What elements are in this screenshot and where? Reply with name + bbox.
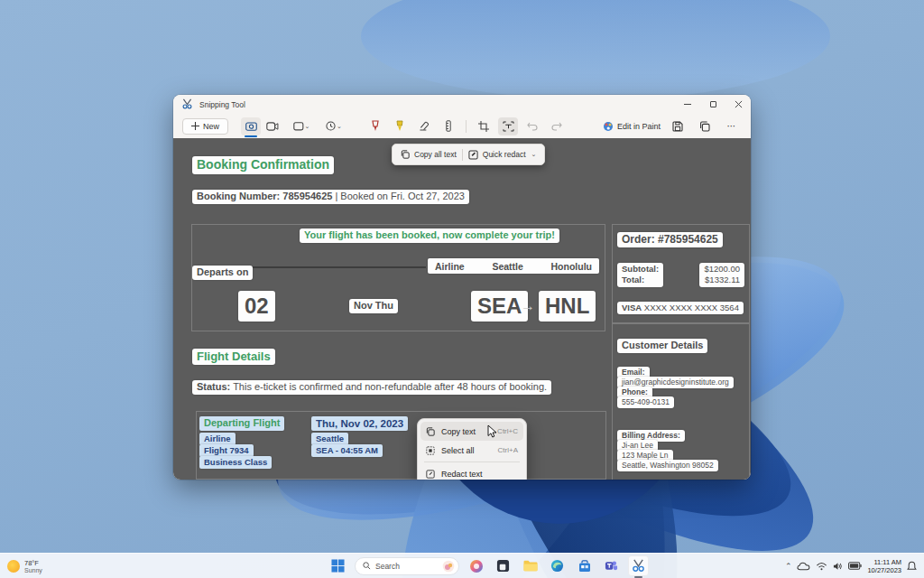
flight-details-heading[interactable]: Flight Details [192,349,275,365]
close-button[interactable] [725,95,751,114]
total-label: Total: [622,275,644,284]
save-button[interactable] [668,117,688,135]
menu-item-label: Copy text [441,427,476,436]
departing-time[interactable]: SEA - 04:55 AM [311,444,383,457]
departure-date[interactable]: Nov Thu [349,299,398,313]
route-dest-city: Honolulu [551,261,593,272]
departing-flight-title[interactable]: Departing Flight [199,416,284,431]
card-number: XXXX XXXX XXXX 3564 [644,303,739,312]
snipping-tool-taskbar-button[interactable] [628,555,649,576]
edge-icon [550,559,564,573]
ruler-tool-button[interactable] [439,117,458,135]
route-header[interactable]: Airline Seattle Honolulu [428,258,599,274]
departing-cabin-class[interactable]: Business Class [199,456,272,469]
dest-code[interactable]: HNL [539,291,596,322]
network-icon[interactable] [816,562,827,571]
start-button[interactable] [328,555,348,576]
taskbar-weather-widget[interactable]: 78°F Sunny [7,559,42,573]
video-camera-icon [266,122,279,131]
departing-city[interactable]: Seattle [311,433,348,445]
context-menu: Copy text Ctrl+C Select all Ctrl+A [417,418,527,480]
customer-details-box: Customer Details Email: jian@graphicdesi… [612,323,750,480]
departs-on-label[interactable]: Departs on [192,266,253,280]
microsoft-store-icon [578,560,591,573]
redo-button[interactable] [547,117,567,135]
chevron-down-icon[interactable]: ⌄ [531,151,537,158]
doc-heading[interactable]: Booking Confirmation [192,156,334,174]
edit-in-paint-button[interactable]: Edit in Paint [603,121,661,132]
status-line[interactable]: Status: This e-ticket is confirmed and n… [192,380,551,395]
menu-item-label: Select all [441,446,475,455]
departing-airline[interactable]: Airline [199,433,236,445]
video-mode-button[interactable] [263,117,282,135]
folder-icon [523,560,538,572]
phone-value[interactable]: 555-409-0131 [617,396,674,408]
file-explorer-button[interactable] [520,555,541,576]
toolbar-separator [466,120,467,133]
camera-icon [245,121,257,131]
undo-icon [527,122,538,131]
highlighter-tool-button[interactable] [390,117,410,135]
booking-number-line[interactable]: Booking Number: 785954625 | Booked on Fr… [192,190,469,204]
taskbar: 78°F Sunny Search [0,553,924,578]
copilot-icon [469,559,484,573]
route-airline: Airline [435,261,465,272]
ballpoint-pen-tool-button[interactable] [365,117,385,135]
maximize-button[interactable] [700,95,725,114]
new-snip-button[interactable]: New [182,118,228,135]
status-text: This e-ticket is confirmed and non-refun… [233,381,547,392]
search-highlights-icon [442,560,455,573]
battery-icon[interactable] [848,562,862,570]
titlebar[interactable]: Snipping Tool [173,95,751,114]
snip-canvas[interactable]: Copy all text Quick redact ⌄ Booking Con… [173,138,751,480]
quick-redact-button[interactable]: Quick redact ⌄ [468,150,537,160]
route-arrow-icon: → [521,298,535,314]
save-icon [672,121,683,132]
copy-button[interactable] [695,117,715,135]
minimize-icon [684,104,691,105]
copilot-button[interactable] [466,555,486,576]
weather-condition: Sunny [24,567,42,573]
route-origin-city: Seattle [492,261,522,272]
tray-time: 11:11 AM [867,558,901,566]
teams-button[interactable] [601,555,622,576]
menu-item-select-all[interactable]: Select all Ctrl+A [420,441,523,460]
menu-item-redact-text[interactable]: Redact text [420,464,523,480]
billing-city[interactable]: Seattle, Washington 98052 [617,460,718,471]
mouse-cursor [487,424,498,439]
tray-chevron-up-icon[interactable]: ⌃ [785,562,792,571]
new-snip-label: New [203,122,219,131]
notification-bell-icon[interactable] [907,561,917,572]
sun-icon [7,560,20,573]
customer-details-heading[interactable]: Customer Details [617,339,707,353]
undo-button[interactable] [522,117,542,135]
payment-card-line[interactable]: VISA XXXX XXXX XXXX 3564 [617,302,744,314]
screenshot-mode-button[interactable] [241,117,261,135]
crop-tool-button[interactable] [474,117,494,135]
origin-code[interactable]: SEA [471,291,528,322]
order-number[interactable]: Order: #785954625 [617,232,723,247]
search-box[interactable]: Search [355,557,459,575]
copy-all-text-button[interactable]: Copy all text [401,150,457,159]
taskbar-clock[interactable]: 11:11 AM 10/27/2023 [867,558,901,574]
banner-message[interactable]: Your flight has been booked, now complet… [300,228,559,243]
more-options-button[interactable]: ⋯ [722,117,742,135]
order-summary-box: Order: #785954625 Subtotal:Total: $1200.… [612,224,750,323]
windows-logo-icon [331,559,345,573]
departure-day[interactable]: 02 [238,291,275,322]
microsoft-store-button[interactable] [574,555,595,576]
text-actions-button[interactable] [498,117,518,135]
plus-icon [191,122,199,130]
minimize-button[interactable] [675,95,700,114]
onedrive-cloud-icon[interactable] [797,562,810,571]
text-actions-icon [503,121,514,132]
volume-icon[interactable] [833,562,843,571]
edge-browser-button[interactable] [547,555,568,576]
menu-item-copy-text[interactable]: Copy text Ctrl+C [420,422,523,441]
delay-dropdown[interactable]: ⌄ [320,117,347,135]
task-view-button[interactable] [493,555,513,576]
departing-date[interactable]: Thu, Nov 02, 2023 [311,416,408,431]
departing-flight-number[interactable]: Flight 7934 [199,444,254,457]
eraser-tool-button[interactable] [414,117,434,135]
snip-shape-dropdown[interactable]: ⌄ [288,117,315,135]
